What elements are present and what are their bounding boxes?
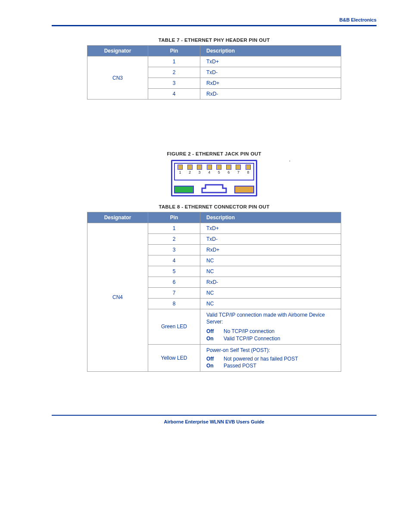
footer-rule <box>52 415 377 416</box>
stray-mark: , <box>289 157 290 162</box>
cell-desc: NC <box>200 266 341 277</box>
cell-desc: RxD- <box>200 277 341 288</box>
th-pin: Pin <box>148 46 200 56</box>
table-row: CN3 1 TxD+ <box>87 56 341 67</box>
state-label: Off <box>206 328 224 335</box>
state-label: On <box>206 362 224 369</box>
cell-desc: RxD- <box>200 89 341 100</box>
cell-desc: RxD+ <box>200 78 341 89</box>
cell-pin: Yellow LED <box>148 344 200 372</box>
cell-designator: CN4 <box>87 223 148 372</box>
cell-pin: 3 <box>148 245 200 255</box>
cell-pin: 2 <box>148 234 200 245</box>
state-text: Not powered or has failed POST <box>224 355 298 362</box>
state-text: Passed POST <box>224 362 256 369</box>
cell-desc: TxD- <box>200 234 341 245</box>
state-label: On <box>206 335 224 342</box>
cell-desc: RxD+ <box>200 245 341 255</box>
header-rule <box>52 25 377 26</box>
figure2-caption: FIGURE 2 - ETHERNET JACK PIN OUT <box>52 151 377 156</box>
table7-caption: TABLE 7 - ETHERNET PHY HEADER PIN OUT <box>52 37 377 43</box>
ethernet-jack-figure: 1 2 3 4 5 6 7 8 <box>171 160 257 196</box>
cell-pin: Green LED <box>148 309 200 345</box>
cell-designator: CN3 <box>87 56 148 100</box>
cell-pin: 7 <box>148 288 200 299</box>
th-description: Description <box>200 212 341 223</box>
cell-pin: 2 <box>148 67 200 78</box>
cell-desc: TxD+ <box>200 223 341 234</box>
jack-pin: 5 <box>216 165 221 174</box>
green-led-icon <box>174 186 194 193</box>
cell-desc: TxD- <box>200 67 341 78</box>
state-label: Off <box>206 355 224 362</box>
state-text: No TCP/IP connection <box>224 328 274 335</box>
jack-pin: 1 <box>177 165 183 174</box>
cell-pin: 8 <box>148 299 200 309</box>
table7: Designator Pin Description CN3 1 TxD+ 2 … <box>87 45 341 100</box>
th-designator: Designator <box>87 46 148 56</box>
th-designator: Designator <box>87 212 148 223</box>
cell-desc: Power-on Self Test (POST): OffNot powere… <box>200 344 341 372</box>
table-row: CN4 1 TxD+ <box>87 223 341 234</box>
cell-desc: NC <box>200 255 341 266</box>
led-intro: Valid TCP/IP connection made with Airbor… <box>206 311 336 325</box>
led-intro: Power-on Self Test (POST): <box>206 347 336 354</box>
table8: Designator Pin Description CN4 1 TxD+ 2T… <box>87 212 341 372</box>
cell-desc: TxD+ <box>200 56 341 67</box>
jack-pin: 7 <box>236 165 241 174</box>
jack-pin: 2 <box>187 165 193 174</box>
th-description: Description <box>200 46 341 56</box>
jack-pin: 6 <box>226 165 231 174</box>
cell-pin: 6 <box>148 277 200 288</box>
cell-pin: 1 <box>148 56 200 67</box>
page-header: B&B Electronics <box>52 17 377 25</box>
cell-pin: 4 <box>148 255 200 266</box>
jack-pin: 4 <box>207 165 212 174</box>
footer-text: Airborne Enterprise WLNN EVB Users Guide <box>52 419 377 424</box>
state-text: Valid TCP/IP Connection <box>224 335 280 342</box>
company-name: B&B Electronics <box>339 17 377 22</box>
cell-pin: 4 <box>148 89 200 100</box>
cell-pin: 5 <box>148 266 200 277</box>
table8-caption: TABLE 8 - ETHERNET CONNECTOR PIN OUT <box>52 204 377 209</box>
cell-desc: NC <box>200 288 341 299</box>
th-pin: Pin <box>148 212 200 223</box>
jack-pin: 8 <box>246 165 251 174</box>
cell-desc: Valid TCP/IP connection made with Airbor… <box>200 309 341 345</box>
cell-desc: NC <box>200 299 341 309</box>
jack-pin: 3 <box>197 165 202 174</box>
yellow-led-icon <box>234 186 254 193</box>
jack-tab-icon <box>201 184 227 193</box>
cell-pin: 1 <box>148 223 200 234</box>
cell-pin: 3 <box>148 78 200 89</box>
